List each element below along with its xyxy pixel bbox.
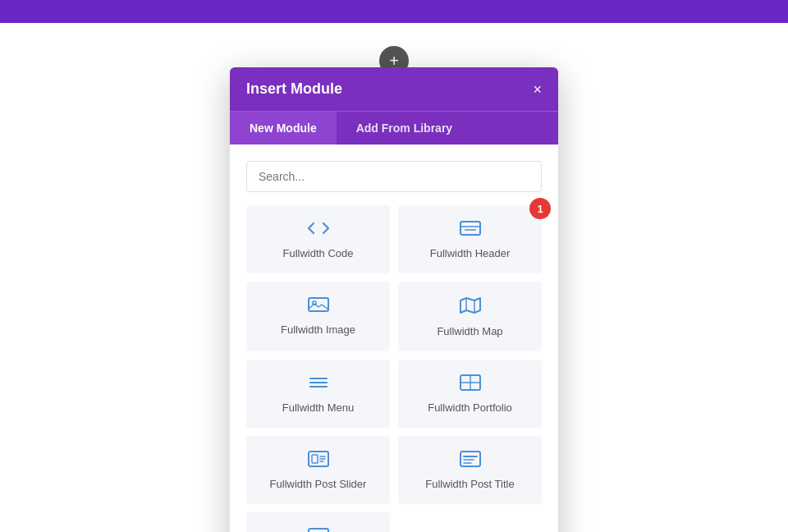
svg-rect-18 [460, 452, 480, 466]
module-label: Fullwidth Map [437, 325, 502, 337]
module-fullwidth-slider[interactable]: Fullwidth Slider [246, 512, 390, 532]
modal-header: Insert Module × [230, 67, 558, 111]
modules-grid: Fullwidth Code Fullwidth Header 1 [246, 205, 542, 532]
tab-new-module[interactable]: New Module [230, 112, 337, 144]
module-badge: 1 [529, 198, 551, 219]
module-search-input[interactable] [246, 161, 542, 192]
module-fullwidth-map[interactable]: Fullwidth Map [398, 282, 542, 351]
module-fullwidth-code[interactable]: Fullwidth Code [246, 205, 390, 273]
svg-rect-3 [309, 298, 328, 311]
module-fullwidth-post-title[interactable]: Fullwidth Post Title [398, 436, 542, 504]
image-icon [307, 296, 330, 317]
module-fullwidth-image[interactable]: Fullwidth Image [246, 282, 390, 351]
svg-rect-22 [309, 529, 328, 532]
modal-body: Fullwidth Code Fullwidth Header 1 [230, 144, 558, 532]
module-fullwidth-post-slider[interactable]: Fullwidth Post Slider [246, 436, 390, 504]
module-label: Fullwidth Image [281, 323, 355, 336]
modal-overlay: Insert Module × New Module Add From Libr… [0, 0, 788, 532]
module-label: Fullwidth Code [283, 247, 354, 259]
modal-tabs: New Module Add From Library [230, 111, 558, 144]
portfolio-icon [459, 374, 482, 395]
menu-icon [307, 374, 330, 395]
svg-rect-14 [312, 455, 318, 463]
insert-module-modal: Insert Module × New Module Add From Libr… [230, 67, 558, 532]
modal-title: Insert Module [246, 80, 342, 98]
module-label: Fullwidth Post Slider [270, 478, 367, 490]
svg-rect-0 [460, 222, 480, 235]
post-slider-icon [307, 450, 330, 471]
module-fullwidth-portfolio[interactable]: Fullwidth Portfolio [398, 360, 542, 428]
module-label: Fullwidth Header [430, 247, 511, 259]
tab-add-from-library[interactable]: Add From Library [337, 112, 472, 144]
modal-close-button[interactable]: × [533, 82, 542, 97]
header-icon [459, 219, 482, 241]
slider-icon [307, 526, 330, 532]
module-label: Fullwidth Menu [282, 401, 354, 414]
module-fullwidth-header[interactable]: Fullwidth Header 1 [398, 205, 542, 273]
module-fullwidth-menu[interactable]: Fullwidth Menu [246, 360, 390, 428]
module-label: Fullwidth Post Title [425, 478, 514, 490]
post-title-icon [459, 450, 482, 471]
map-icon [459, 296, 482, 319]
module-label: Fullwidth Portfolio [428, 401, 512, 414]
code-icon [307, 219, 330, 241]
